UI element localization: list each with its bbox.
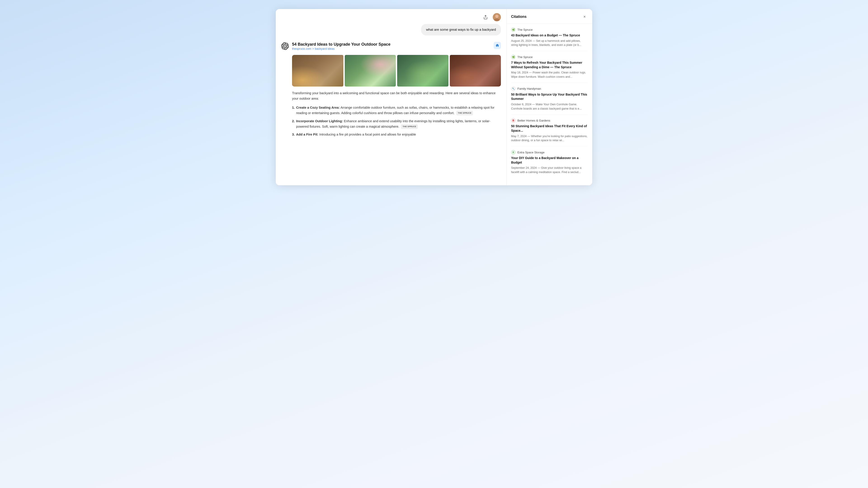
citation-source-row-3: 🔧 Family Handyman <box>511 87 588 91</box>
citation-favicon-2: 🌿 <box>511 55 516 59</box>
citation-source-row-1: 🌿 The Spruce <box>511 27 588 32</box>
citation-item-2[interactable]: 🌿 The Spruce 7 Ways to Refresh Your Back… <box>511 51 588 83</box>
citation-source-name-2: The Spruce <box>518 55 532 59</box>
citation-title-5: Your DIY Guide to a Backyard Makeover on… <box>511 156 588 165</box>
response-title: 54 Backyard Ideas to Upgrade Your Outdoo… <box>292 42 391 47</box>
citation-source-name-1: The Spruce <box>518 28 532 31</box>
list-label-3: Add a Fire Pit: <box>296 133 318 136</box>
citation-snippet-3: October 6, 2024 — Make Your Own Cornhole… <box>511 102 588 111</box>
source-domain-link[interactable]: thespruce.com <box>292 47 311 51</box>
citation-source-row-4: B Better Homes & Gardens <box>511 118 588 123</box>
citation-title-1: 43 Backyard Ideas on a Budget — The Spru… <box>511 33 588 38</box>
app-container: what are some great ways to fix up a bac… <box>276 9 592 185</box>
list-item-1: 1. Create a Cozy Seating Area: Arrange c… <box>292 105 501 116</box>
share-button[interactable] <box>482 13 490 21</box>
response-list: 1. Create a Cozy Seating Area: Arrange c… <box>292 105 501 138</box>
citation-source-name-3: Family Handyman <box>518 87 541 90</box>
citation-snippet-1: August 25, 2024 — Set up a hammock and a… <box>511 39 588 47</box>
source-page-link[interactable]: backyard ideas <box>315 47 335 51</box>
citation-snippet-4: May 7, 2024 — Whether you're looking for… <box>511 134 588 143</box>
ai-logo-icon <box>281 42 289 50</box>
backyard-image-1 <box>292 55 343 87</box>
image-grid <box>292 55 501 87</box>
citation-source-row-5: E Extra Space Storage <box>511 150 588 155</box>
ai-response: 54 Backyard Ideas to Upgrade Your Outdoo… <box>281 42 501 140</box>
backyard-image-4 <box>450 55 501 87</box>
citations-header: Citations × <box>506 9 592 24</box>
list-num-2: 2. <box>292 119 295 124</box>
user-message-wrap: what are some great ways to fix up a bac… <box>281 24 501 35</box>
list-item-2: 2. Incorporate Outdoor Lighting: Enhance… <box>292 119 501 129</box>
list-label-2: Incorporate Outdoor Lighting: <box>296 119 343 123</box>
main-area: what are some great ways to fix up a bac… <box>276 9 506 185</box>
list-num-3: 3. <box>292 132 295 137</box>
list-text-3: Add a Fire Pit: Introducing a fire pit p… <box>296 132 416 137</box>
chat-content: what are some great ways to fix up a bac… <box>276 24 506 185</box>
source-chevron: > <box>312 47 314 51</box>
response-header: 54 Backyard Ideas to Upgrade Your Outdoo… <box>292 42 501 54</box>
list-text-1: Create a Cozy Seating Area: Arrange comf… <box>296 105 501 116</box>
list-text-2: Incorporate Outdoor Lighting: Enhance am… <box>296 119 501 129</box>
citation-title-2: 7 Ways to Refresh Your Backyard This Sum… <box>511 61 588 69</box>
citation-title-4: 50 Stunning Backyard Ideas That Fit Ever… <box>511 124 588 133</box>
citations-panel: Citations × 🌿 The Spruce 43 Backyard Ide… <box>506 9 592 185</box>
intro-text: Transforming your backyard into a welcom… <box>292 91 501 101</box>
citation-favicon-1: 🌿 <box>511 27 516 32</box>
citation-source-name-5: Extra Space Storage <box>518 151 545 154</box>
citations-title: Citations <box>511 15 526 19</box>
user-avatar <box>493 13 501 21</box>
citation-item-1[interactable]: 🌿 The Spruce 43 Backyard Ideas on a Budg… <box>511 24 588 51</box>
citation-snippet-2: May 18, 2024 — Power wash the patio. Cle… <box>511 70 588 79</box>
citation-badge-1[interactable]: THE SPRUCE <box>456 111 473 115</box>
citation-title-3: 50 Brilliant Ways to Spruce Up Your Back… <box>511 92 588 101</box>
user-message-bubble: what are some great ways to fix up a bac… <box>421 24 501 35</box>
home-button[interactable] <box>494 42 501 49</box>
list-label-1: Create a Cozy Seating Area: <box>296 106 340 109</box>
svg-point-4 <box>495 15 498 18</box>
citations-list: 🌿 The Spruce 43 Backyard Ideas on a Budg… <box>506 24 592 185</box>
source-link[interactable]: thespruce.com > backyard ideas <box>292 47 391 51</box>
citation-favicon-5: E <box>511 150 516 155</box>
citation-source-row-2: 🌿 The Spruce <box>511 55 588 59</box>
response-body: 54 Backyard Ideas to Upgrade Your Outdoo… <box>292 42 501 140</box>
list-item-3: 3. Add a Fire Pit: Introducing a fire pi… <box>292 132 501 137</box>
citation-item-3[interactable]: 🔧 Family Handyman 50 Brilliant Ways to S… <box>511 83 588 115</box>
citation-favicon-4: B <box>511 118 516 123</box>
citation-favicon-3: 🔧 <box>511 87 516 91</box>
citation-snippet-5: September 24, 2024 — Give your outdoor l… <box>511 166 588 174</box>
top-bar <box>276 9 506 24</box>
user-message-text: what are some great ways to fix up a bac… <box>426 28 496 31</box>
list-num-1: 1. <box>292 105 295 110</box>
close-icon: × <box>583 14 586 19</box>
citation-badge-2[interactable]: THE SPRUCE <box>401 125 418 129</box>
citation-item-4[interactable]: B Better Homes & Gardens 50 Stunning Bac… <box>511 115 588 147</box>
citations-close-button[interactable]: × <box>581 13 588 20</box>
backyard-image-3 <box>397 55 448 87</box>
backyard-image-2 <box>345 55 396 87</box>
citation-item-5[interactable]: E Extra Space Storage Your DIY Guide to … <box>511 147 588 178</box>
citation-source-name-4: Better Homes & Gardens <box>518 119 550 122</box>
